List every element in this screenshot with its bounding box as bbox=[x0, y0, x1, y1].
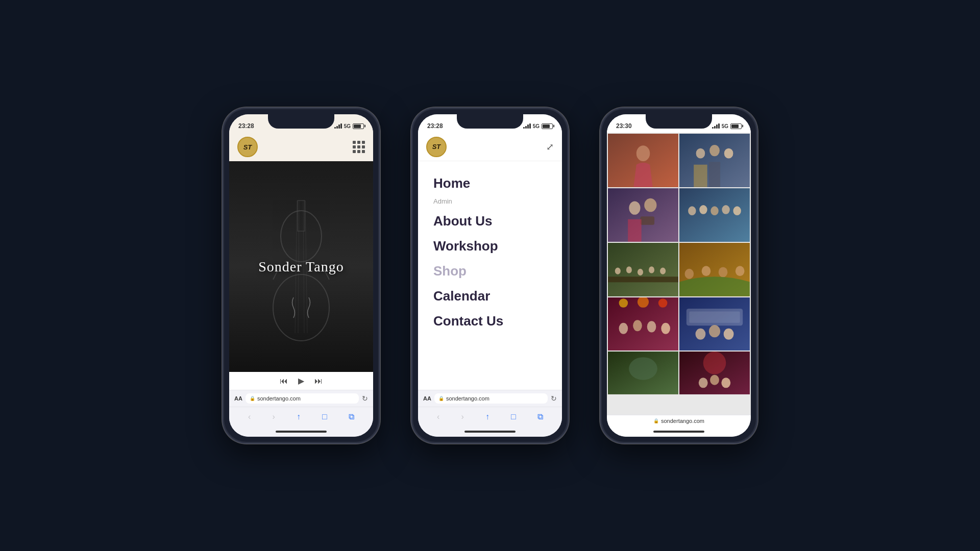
svg-point-50 bbox=[724, 328, 734, 339]
signal-bars-3 bbox=[712, 123, 720, 129]
back-button-1[interactable]: ‹ bbox=[246, 410, 253, 423]
url-text-2: sondertango.com bbox=[446, 395, 489, 402]
svg-point-34 bbox=[702, 266, 711, 276]
browser-address-bar-1[interactable]: AA 🔒 sondertango.com ↻ bbox=[229, 390, 373, 407]
time-1: 23:28 bbox=[238, 122, 254, 130]
home-bar-3 bbox=[607, 427, 751, 437]
svg-rect-26 bbox=[608, 277, 678, 282]
url-text-3: sondertango.com bbox=[661, 418, 704, 424]
photo-3[interactable] bbox=[608, 188, 678, 242]
photo-10[interactable] bbox=[679, 352, 750, 394]
network-type-2: 5G bbox=[533, 123, 540, 129]
text-size-button-2[interactable]: AA bbox=[423, 395, 431, 402]
svg-point-24 bbox=[733, 206, 741, 215]
next-button[interactable]: ⏭ bbox=[314, 377, 323, 386]
svg-point-1 bbox=[281, 211, 322, 262]
svg-point-20 bbox=[688, 206, 696, 215]
nav-calendar[interactable]: Calendar bbox=[433, 284, 547, 308]
secure-icon-2: 🔒 bbox=[438, 396, 444, 401]
svg-point-21 bbox=[699, 205, 707, 214]
svg-point-31 bbox=[660, 267, 666, 274]
svg-point-38 bbox=[619, 298, 628, 308]
prev-button[interactable]: ⏮ bbox=[280, 377, 288, 386]
time-2: 23:28 bbox=[427, 122, 443, 130]
svg-rect-15 bbox=[608, 188, 678, 242]
logo-1[interactable]: ST bbox=[237, 137, 258, 157]
brand-name-1: Sonder Tango bbox=[258, 259, 344, 275]
svg-rect-18 bbox=[640, 216, 654, 225]
home-indicator-3 bbox=[653, 431, 704, 433]
photo-5[interactable] bbox=[608, 243, 678, 296]
share-button-1[interactable]: ↑ bbox=[295, 410, 303, 423]
url-bar-2[interactable]: 🔒 sondertango.com bbox=[434, 393, 548, 404]
svg-point-16 bbox=[629, 201, 640, 214]
nav-menu: Home Admin About Us Workshop Shop Calend… bbox=[418, 161, 562, 390]
photo-1[interactable] bbox=[608, 134, 678, 187]
home-indicator-2 bbox=[464, 431, 516, 433]
browser-address-bar-2[interactable]: AA 🔒 sondertango.com ↻ bbox=[418, 390, 562, 407]
svg-rect-47 bbox=[689, 311, 740, 322]
nav-admin-label: Admin bbox=[433, 196, 547, 208]
text-size-button-1[interactable]: AA bbox=[234, 395, 242, 402]
expand-icon-2[interactable]: ⤢ bbox=[546, 141, 554, 153]
time-3: 23:30 bbox=[616, 122, 632, 130]
bookmarks-button-1[interactable]: □ bbox=[320, 410, 329, 423]
play-button[interactable]: ▶ bbox=[298, 376, 304, 386]
tabs-button-2[interactable]: ⧉ bbox=[535, 410, 545, 423]
media-controls: ⏮ ▶ ⏭ bbox=[229, 372, 373, 390]
network-type-1: 5G bbox=[344, 123, 351, 129]
url-bar-1[interactable]: 🔒 sondertango.com bbox=[246, 393, 359, 404]
svg-point-0 bbox=[273, 274, 329, 341]
svg-point-54 bbox=[703, 352, 726, 374]
app-header-1: ST bbox=[229, 133, 373, 161]
svg-point-48 bbox=[695, 328, 705, 339]
gallery-row-1 bbox=[608, 134, 750, 187]
nav-contact-us[interactable]: Contact Us bbox=[433, 309, 547, 333]
notch-3 bbox=[646, 114, 712, 129]
photo-8[interactable] bbox=[679, 297, 750, 351]
home-bar-1 bbox=[229, 427, 373, 437]
forward-button-2[interactable]: › bbox=[459, 410, 466, 423]
home-indicator-1 bbox=[276, 431, 327, 433]
photo-7[interactable] bbox=[608, 297, 678, 351]
reload-button-1[interactable]: ↻ bbox=[362, 394, 368, 403]
notch-1 bbox=[268, 114, 334, 129]
photo-2[interactable] bbox=[679, 134, 750, 187]
svg-point-13 bbox=[709, 145, 720, 156]
hero-image-1: Sonder Tango bbox=[229, 161, 373, 372]
forward-button-1[interactable]: › bbox=[271, 410, 277, 423]
app-header-2: ST ⤢ bbox=[418, 133, 562, 161]
battery-icon-2 bbox=[542, 123, 553, 129]
grid-menu-icon-1[interactable] bbox=[353, 141, 365, 153]
back-button-2[interactable]: ‹ bbox=[435, 410, 442, 423]
svg-point-23 bbox=[722, 205, 729, 214]
nav-workshop[interactable]: Workshop bbox=[433, 234, 547, 258]
svg-rect-4 bbox=[298, 201, 305, 231]
reload-button-2[interactable]: ↻ bbox=[551, 394, 557, 403]
svg-point-22 bbox=[710, 206, 718, 215]
nav-home[interactable]: Home bbox=[433, 171, 547, 195]
url-bar-3[interactable]: 🔒 sondertango.com bbox=[607, 415, 751, 427]
svg-point-29 bbox=[638, 268, 643, 275]
bookmarks-button-2[interactable]: □ bbox=[509, 410, 518, 423]
tabs-button-1[interactable]: ⧉ bbox=[347, 410, 356, 423]
photo-4[interactable] bbox=[679, 188, 750, 242]
status-icons-3: 5G bbox=[712, 123, 742, 129]
share-button-2[interactable]: ↑ bbox=[483, 410, 492, 423]
svg-point-55 bbox=[699, 378, 708, 388]
photo-6[interactable] bbox=[679, 243, 750, 296]
secure-icon-3: 🔒 bbox=[653, 418, 659, 423]
secure-icon-1: 🔒 bbox=[250, 396, 255, 401]
status-icons-1: 5G bbox=[334, 123, 364, 129]
svg-point-56 bbox=[710, 375, 719, 385]
nav-about-us[interactable]: About Us bbox=[433, 209, 547, 233]
svg-point-43 bbox=[647, 321, 656, 332]
nav-shop[interactable]: Shop bbox=[433, 259, 547, 283]
phone-3-screen: 23:30 5G bbox=[607, 114, 751, 437]
logo-2[interactable]: ST bbox=[426, 137, 447, 157]
gallery-row-4 bbox=[608, 297, 750, 351]
signal-bars-2 bbox=[523, 123, 531, 129]
svg-point-10 bbox=[636, 145, 650, 161]
status-icons-2: 5G bbox=[523, 123, 553, 129]
photo-9[interactable] bbox=[608, 352, 678, 394]
